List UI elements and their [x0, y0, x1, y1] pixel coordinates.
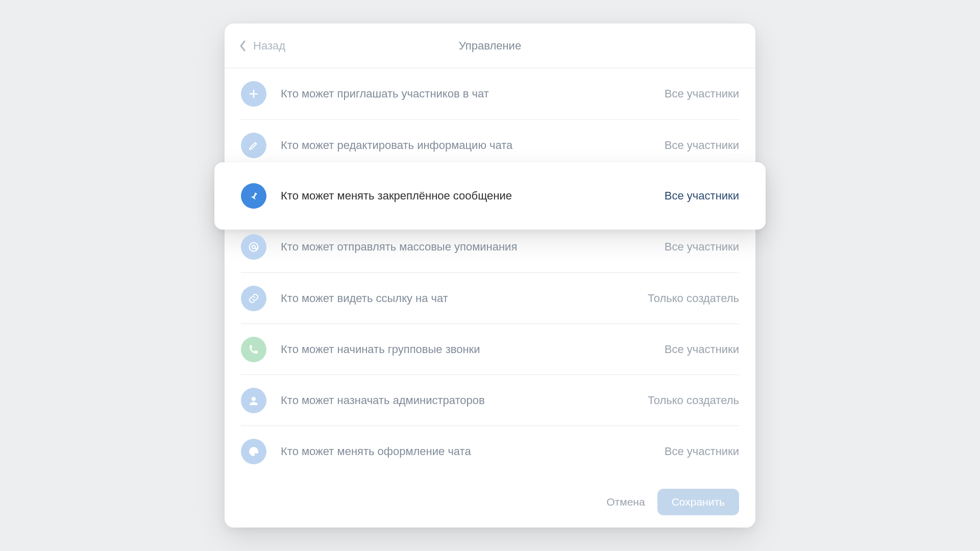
- setting-label: Кто может менять оформление чата: [281, 445, 665, 458]
- setting-label: Кто может приглашать участников в чат: [281, 87, 665, 101]
- save-button[interactable]: Сохранить: [657, 489, 739, 515]
- dialog-footer: Отмена Сохранить: [225, 477, 755, 528]
- dialog-title: Управление: [459, 39, 521, 53]
- chevron-left-icon: [239, 40, 246, 52]
- link-icon: [241, 286, 266, 311]
- setting-value: Только создатель: [648, 292, 739, 305]
- phone-icon: [241, 337, 266, 362]
- setting-value: Все участники: [665, 87, 739, 101]
- setting-value: Только создатель: [648, 394, 739, 407]
- setting-row-invite[interactable]: Кто может приглашать участников в чат Вс…: [241, 68, 739, 119]
- plus-icon: [241, 81, 266, 107]
- setting-value: Все участники: [665, 139, 739, 152]
- pencil-icon: [241, 133, 266, 158]
- setting-row-admins[interactable]: Кто может назначать администраторов Толь…: [241, 374, 739, 425]
- cancel-button[interactable]: Отмена: [606, 496, 645, 508]
- back-label: Назад: [253, 39, 285, 53]
- user-icon: [241, 388, 266, 413]
- setting-value: Все участники: [665, 343, 739, 356]
- setting-row-mentions[interactable]: Кто может отправлять массовые упоминания…: [241, 221, 739, 272]
- management-dialog: Назад Управление Кто может приглашать уч…: [225, 23, 755, 528]
- setting-row-theme[interactable]: Кто может менять оформление чата Все уча…: [241, 425, 739, 477]
- setting-label: Кто может видеть ссылку на чат: [281, 292, 648, 305]
- palette-icon: [241, 439, 266, 464]
- setting-label: Кто может отправлять массовые упоминания: [281, 240, 665, 254]
- setting-label: Кто может начинать групповые звонки: [281, 343, 665, 356]
- setting-value: Все участники: [665, 445, 739, 458]
- setting-label: Кто может менять закреплённое сообщение: [281, 189, 665, 203]
- setting-value: Все участники: [665, 189, 739, 203]
- setting-label: Кто может редактировать информацию чата: [281, 139, 665, 152]
- back-button[interactable]: Назад: [239, 39, 285, 53]
- setting-label: Кто может назначать администраторов: [281, 394, 648, 407]
- setting-row-calls[interactable]: Кто может начинать групповые звонки Все …: [241, 323, 739, 374]
- dialog-header: Назад Управление: [225, 23, 755, 68]
- setting-row-pinned-message[interactable]: Кто может менять закреплённое сообщение …: [241, 170, 739, 221]
- pin-icon: [241, 183, 266, 209]
- setting-value: Все участники: [665, 240, 739, 254]
- settings-list: Кто может приглашать участников в чат Вс…: [225, 68, 755, 477]
- setting-row-link[interactable]: Кто может видеть ссылку на чат Только со…: [241, 272, 739, 323]
- at-icon: [241, 234, 266, 260]
